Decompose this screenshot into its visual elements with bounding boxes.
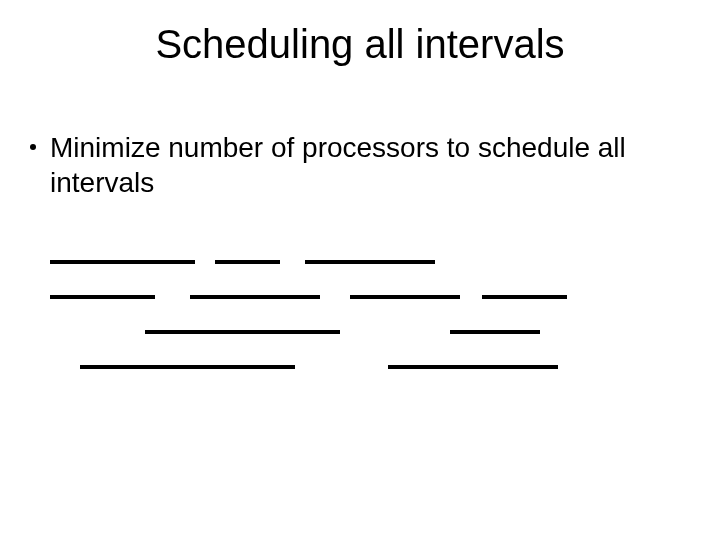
interval-bar: [482, 295, 567, 299]
slide-title: Scheduling all intervals: [0, 22, 720, 67]
bullet-text: Minimize number of processors to schedul…: [50, 130, 670, 200]
slide: Scheduling all intervals Minimize number…: [0, 0, 720, 540]
bullet-item: Minimize number of processors to schedul…: [30, 130, 670, 200]
interval-bar: [450, 330, 540, 334]
interval-bar: [388, 365, 558, 369]
interval-bar: [305, 260, 435, 264]
interval-bar: [350, 295, 460, 299]
interval-bar: [145, 330, 340, 334]
interval-diagram: [50, 260, 670, 430]
interval-bar: [50, 295, 155, 299]
interval-bar: [80, 365, 295, 369]
interval-bar: [215, 260, 280, 264]
interval-bar: [190, 295, 320, 299]
bullet-dot-icon: [30, 144, 36, 150]
interval-bar: [50, 260, 195, 264]
slide-body: Minimize number of processors to schedul…: [30, 130, 670, 200]
